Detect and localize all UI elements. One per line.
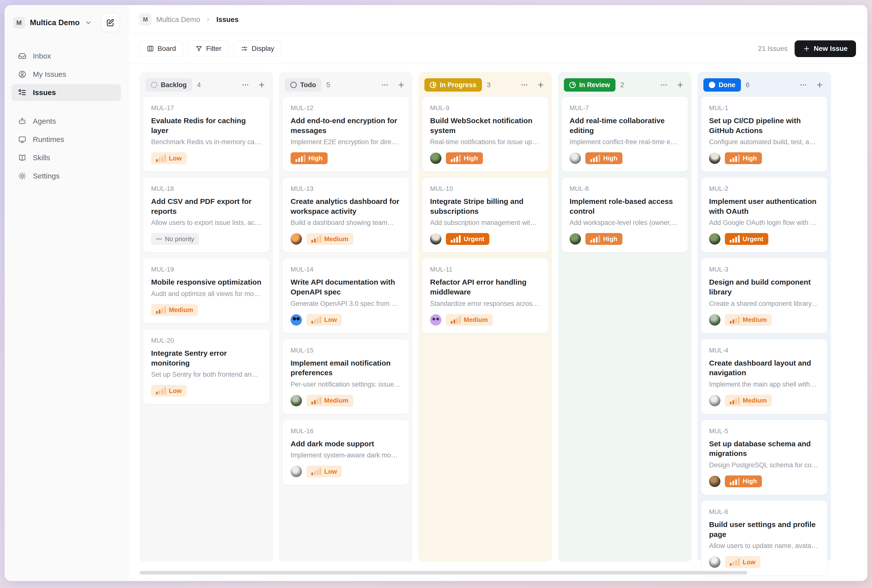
issue-title: Design and build component library <box>709 277 819 297</box>
column-more-button[interactable] <box>798 80 809 90</box>
issue-id: MUL-19 <box>151 266 261 273</box>
column-add-button[interactable] <box>535 80 546 90</box>
issue-card[interactable]: MUL-11 Refactor API error handling middl… <box>422 258 549 333</box>
card-list: MUL-9 Build WebSocket notification syste… <box>422 96 549 333</box>
assignee-avatar <box>709 556 720 568</box>
issue-card[interactable]: MUL-14 Write API documentation with Open… <box>282 258 409 333</box>
sidebar-item-issues[interactable]: Issues <box>12 84 121 101</box>
new-issue-compose-button[interactable] <box>101 14 120 32</box>
issue-footer: Low <box>151 385 261 397</box>
priority-label: Medium <box>743 397 767 404</box>
breadcrumb-page: Issues <box>216 15 239 24</box>
priority-badge: High <box>446 152 483 164</box>
sidebar: M Multica Demo Inbox <box>5 5 128 581</box>
issue-description: Generate OpenAPI 3.0 spec from handl… <box>291 300 401 308</box>
chevron-down-icon <box>85 19 92 26</box>
priority-badge: Medium <box>151 304 198 316</box>
column-add-button[interactable] <box>675 80 686 90</box>
issue-title: Add dark mode support <box>291 439 401 449</box>
issue-card[interactable]: MUL-2 Implement user authentication with… <box>701 177 828 252</box>
issue-card[interactable]: MUL-3 Design and build component library… <box>701 258 828 333</box>
column-label: Todo <box>300 81 316 89</box>
issue-card[interactable]: MUL-6 Build user settings and profile pa… <box>701 500 828 576</box>
issue-card[interactable]: MUL-9 Build WebSocket notification syste… <box>422 96 549 172</box>
sidebar-item-my-issues[interactable]: My Issues <box>12 66 121 83</box>
column-header: Done 6 <box>701 75 828 96</box>
sidebar-item-skills[interactable]: Skills <box>12 149 121 166</box>
backlog-status-icon <box>151 82 157 88</box>
sidebar-item-label: Settings <box>33 172 60 180</box>
issue-id: MUL-5 <box>709 427 819 435</box>
assignee-avatar <box>709 395 720 406</box>
in-review-status-icon <box>569 82 576 88</box>
sidebar-item-inbox[interactable]: Inbox <box>12 48 121 64</box>
sidebar-item-agents[interactable]: Agents <box>12 113 121 130</box>
sidebar-item-runtimes[interactable]: Runtimes <box>12 131 121 148</box>
issue-id: MUL-6 <box>709 508 819 516</box>
priority-badge: High <box>585 233 622 245</box>
display-options-button[interactable]: Display <box>234 40 281 57</box>
column-actions <box>380 80 407 90</box>
issue-card[interactable]: MUL-10 Integrate Stripe billing and subs… <box>422 177 549 252</box>
issue-id: MUL-1 <box>709 104 819 112</box>
sidebar-item-settings[interactable]: Settings <box>12 168 121 184</box>
column-todo: Todo 5 <box>279 72 413 562</box>
issue-card[interactable]: MUL-1 Set up CI/CD pipeline with GitHub … <box>701 96 828 172</box>
issue-card[interactable]: MUL-5 Set up database schema and migrati… <box>701 420 828 495</box>
workspace-switcher[interactable]: M Multica Demo <box>12 14 121 32</box>
assignee-avatar <box>709 314 720 326</box>
issue-title: Create dashboard layout and navigation <box>709 358 819 378</box>
issue-id: MUL-14 <box>291 266 401 273</box>
assignee-avatar <box>430 153 441 164</box>
list-checks-icon <box>18 88 26 97</box>
issue-card[interactable]: MUL-4 Create dashboard layout and naviga… <box>701 339 828 414</box>
issue-card[interactable]: MUL-16 Add dark mode support Implement s… <box>282 420 409 485</box>
column-add-button[interactable] <box>396 80 407 90</box>
board-view-button[interactable]: Board <box>140 40 183 57</box>
sidebar-item-label: Issues <box>33 88 56 97</box>
column-label: Done <box>719 81 735 89</box>
column-add-button[interactable] <box>256 80 267 90</box>
issue-card[interactable]: MUL-17 Evaluate Redis for caching layer … <box>143 96 270 172</box>
workspace-avatar: M <box>13 17 25 28</box>
issue-card[interactable]: MUL-18 Add CSV and PDF export for report… <box>143 177 270 252</box>
desktop-background: M Multica Demo Inbox <box>0 0 872 588</box>
issue-id: MUL-20 <box>151 337 261 344</box>
column-add-button[interactable] <box>814 80 825 90</box>
column-header: Todo 5 <box>282 75 409 96</box>
issue-id: MUL-11 <box>430 266 540 273</box>
app-window: M Multica Demo Inbox <box>5 5 867 581</box>
done-status-icon <box>709 82 715 88</box>
issue-footer: Medium <box>430 314 540 326</box>
issue-card[interactable]: MUL-15 Implement email notification pref… <box>282 339 409 414</box>
issue-card[interactable]: MUL-8 Implement role-based access contro… <box>561 177 688 252</box>
horizontal-scrollbar[interactable] <box>140 571 747 574</box>
issue-card[interactable]: MUL-12 Add end-to-end encryption for mes… <box>282 96 409 172</box>
kanban-board: Backlog 4 <box>128 63 867 581</box>
issue-card[interactable]: MUL-20 Integrate Sentry error monitoring… <box>143 329 270 404</box>
priority-bars-icon <box>451 235 461 243</box>
filter-funnel-icon <box>195 45 203 52</box>
filter-button[interactable]: Filter <box>188 40 229 57</box>
breadcrumb-workspace[interactable]: Multica Demo <box>156 15 200 24</box>
priority-label: Medium <box>464 316 488 324</box>
new-issue-button[interactable]: New Issue <box>794 40 856 57</box>
card-list: MUL-1 Set up CI/CD pipeline with GitHub … <box>701 96 828 576</box>
assignee-avatar <box>430 314 441 326</box>
priority-label: Medium <box>324 397 348 404</box>
column-actions <box>798 80 825 90</box>
issue-card[interactable]: MUL-19 Mobile responsive optimization Au… <box>143 258 270 324</box>
sliders-icon <box>241 45 248 52</box>
issue-footer: Low <box>291 314 401 326</box>
column-more-button[interactable] <box>519 80 530 90</box>
column-count: 5 <box>326 81 330 89</box>
column-more-button[interactable] <box>380 80 390 90</box>
sidebar-item-label: Runtimes <box>33 135 64 144</box>
issue-footer: High <box>709 152 819 164</box>
priority-label: High <box>743 154 757 162</box>
issue-card[interactable]: MUL-13 Create analytics dashboard for wo… <box>282 177 409 252</box>
issue-card[interactable]: MUL-7 Add real-time collaborative editin… <box>561 96 688 172</box>
column-more-button[interactable] <box>240 80 251 90</box>
priority-bars-icon <box>730 558 740 566</box>
column-more-button[interactable] <box>659 80 669 90</box>
